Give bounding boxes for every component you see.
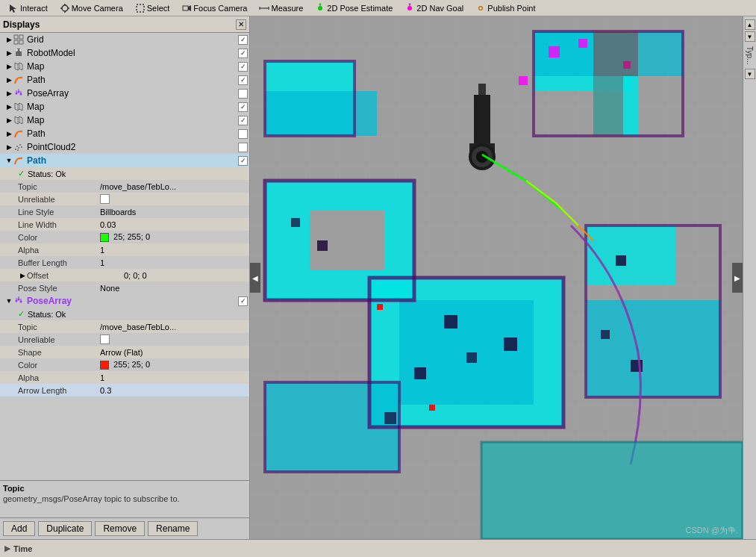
- svg-rect-97: [377, 304, 383, 310]
- tree-item-map2[interactable]: ▶ Map: [0, 100, 249, 113]
- tree-item-path1[interactable]: ▶ Path: [0, 73, 249, 87]
- robotmodel-checkbox[interactable]: [238, 49, 248, 58]
- expand-arrow-path3[interactable]: ▼: [4, 156, 13, 165]
- grid-checkbox[interactable]: [238, 35, 248, 45]
- tree-item-path3[interactable]: ▼ Path: [0, 154, 249, 167]
- rename-button[interactable]: Rename: [148, 521, 198, 536]
- prop-alpha: Alpha 1: [0, 243, 249, 256]
- path2-label: Path: [25, 128, 238, 139]
- tree-item-robotmodel[interactable]: ▶ RobotModel: [0, 46, 249, 60]
- expand-arrow-robotmodel[interactable]: ▶: [4, 49, 13, 57]
- measure-label: Measure: [271, 4, 303, 13]
- offset-arrow[interactable]: ▶: [18, 271, 27, 280]
- tree-item-map1[interactable]: ▶ Map: [0, 60, 249, 73]
- info-panel: Topic geometry_msgs/PoseArray topic to s…: [0, 480, 249, 517]
- expand-arrow-path2[interactable]: ▶: [4, 129, 13, 138]
- publish-point-button[interactable]: Publish Point: [470, 1, 540, 15]
- info-title: Topic: [3, 484, 246, 493]
- prop-linestyle: Line Style Billboards: [0, 205, 249, 218]
- far-right-btn-2[interactable]: ▼: [745, 31, 755, 42]
- pose-estimate-button[interactable]: 2D Pose Estimate: [310, 1, 398, 15]
- map1-checkbox[interactable]: [238, 62, 248, 72]
- map2-label: Map: [25, 102, 238, 112]
- map2-checkbox[interactable]: [238, 102, 248, 112]
- tree-item-pointcloud2[interactable]: ▶ PointCloud2: [0, 140, 249, 154]
- tree-item-posearray2[interactable]: ▼ PoseArray: [0, 294, 249, 308]
- tree-item-posearray1[interactable]: ▶ PoseArray: [0, 87, 249, 100]
- expand-arrow-pointcloud2[interactable]: ▶: [4, 143, 13, 152]
- svg-marker-0: [10, 4, 16, 13]
- svg-rect-23: [19, 40, 23, 44]
- map-icon-2: [13, 102, 24, 112]
- alpha-value: 1: [100, 246, 246, 255]
- map-icon-1: [13, 61, 24, 72]
- posearray-icon-2: [13, 296, 24, 306]
- prop-pa-color: Color 255; 25; 0: [0, 358, 249, 371]
- toolbar: Interact Move Camera Select Focus Camera…: [0, 0, 756, 16]
- expand-arrow-posearray2[interactable]: ▼: [4, 296, 13, 305]
- pointcloud2-checkbox[interactable]: [238, 143, 248, 152]
- move-camera-label: Move Camera: [72, 4, 123, 13]
- measure-button[interactable]: Measure: [254, 1, 308, 15]
- expand-arrow-grid[interactable]: ▶: [4, 35, 13, 44]
- focus-camera-button[interactable]: Focus Camera: [176, 1, 252, 15]
- expand-arrow-posearray1[interactable]: ▶: [4, 89, 13, 98]
- svg-point-15: [407, 6, 412, 10]
- expand-arrow-map3[interactable]: ▶: [4, 116, 13, 125]
- interact-button[interactable]: Interact: [3, 1, 53, 15]
- color-value: 25; 255; 0: [100, 232, 246, 242]
- svg-rect-85: [291, 218, 300, 227]
- path-icon-1: [13, 75, 24, 85]
- nav-goal-button[interactable]: 2D Nav Goal: [399, 1, 469, 15]
- svg-rect-68: [586, 225, 675, 285]
- displays-close-button[interactable]: ✕: [236, 19, 246, 30]
- buffer-label: Buffer Length: [3, 258, 100, 267]
- svg-rect-98: [429, 405, 435, 411]
- prop-posestyle: Pose Style None: [0, 281, 249, 294]
- left-scroll-arrow[interactable]: ◀: [250, 263, 260, 293]
- pa-unreliable-label: Unreliable: [3, 335, 100, 344]
- pa-color-label: Color: [3, 361, 100, 370]
- prop-topic: Topic /move_base/TebLo...: [0, 180, 249, 193]
- prop-offset[interactable]: ▶ Offset 0; 0; 0: [0, 269, 249, 281]
- camera-move-icon: [60, 3, 70, 13]
- color-swatch-path[interactable]: [100, 233, 109, 242]
- svg-point-1: [62, 5, 68, 11]
- remove-button[interactable]: Remove: [95, 521, 145, 536]
- svg-point-48: [17, 149, 19, 151]
- color-swatch-posearray[interactable]: [100, 361, 109, 370]
- path2-checkbox[interactable]: [238, 129, 248, 139]
- path3-checkbox[interactable]: [238, 156, 248, 166]
- color-label: Color: [3, 233, 100, 242]
- expand-arrow-map2[interactable]: ▶: [4, 102, 13, 111]
- expand-arrow-map1[interactable]: ▶: [4, 62, 13, 71]
- posearray1-checkbox[interactable]: [238, 89, 248, 99]
- tree-item-path2[interactable]: ▶ Path: [0, 127, 249, 140]
- pa-alpha-label: Alpha: [3, 373, 100, 382]
- far-right-btn-3[interactable]: ▼: [745, 69, 755, 79]
- far-right-btn-1[interactable]: ▲: [745, 19, 755, 30]
- unreliable-label: Unreliable: [3, 195, 100, 204]
- duplicate-button[interactable]: Duplicate: [38, 521, 92, 536]
- svg-point-12: [318, 6, 322, 10]
- svg-point-27: [19, 49, 21, 51]
- unreliable-checkbox[interactable]: [100, 194, 110, 204]
- svg-rect-80: [466, 352, 477, 363]
- path1-checkbox[interactable]: [238, 75, 248, 85]
- prop-color: Color 25; 255; 0: [0, 231, 249, 243]
- tree-panel[interactable]: ▶ Grid ▶ RobotModel ▶ Map: [0, 33, 249, 480]
- svg-rect-90: [593, 76, 623, 136]
- tree-item-map3[interactable]: ▶ Map: [0, 113, 249, 127]
- map3-checkbox[interactable]: [238, 116, 248, 125]
- linewidth-label: Line Width: [3, 220, 100, 229]
- tree-item-grid[interactable]: ▶ Grid: [0, 33, 249, 46]
- right-scroll-arrow[interactable]: ▶: [732, 263, 743, 293]
- view-panel[interactable]: ◀ ▶ CSDN @为争.: [250, 16, 743, 539]
- add-button[interactable]: Add: [3, 521, 35, 536]
- posearray2-checkbox[interactable]: [238, 296, 248, 306]
- move-camera-button[interactable]: Move Camera: [54, 1, 128, 15]
- info-text: geometry_msgs/PoseArray topic to subscri…: [3, 494, 246, 503]
- expand-arrow-path1[interactable]: ▶: [4, 75, 13, 84]
- pa-unreliable-checkbox[interactable]: [100, 334, 110, 344]
- select-button[interactable]: Select: [130, 1, 175, 15]
